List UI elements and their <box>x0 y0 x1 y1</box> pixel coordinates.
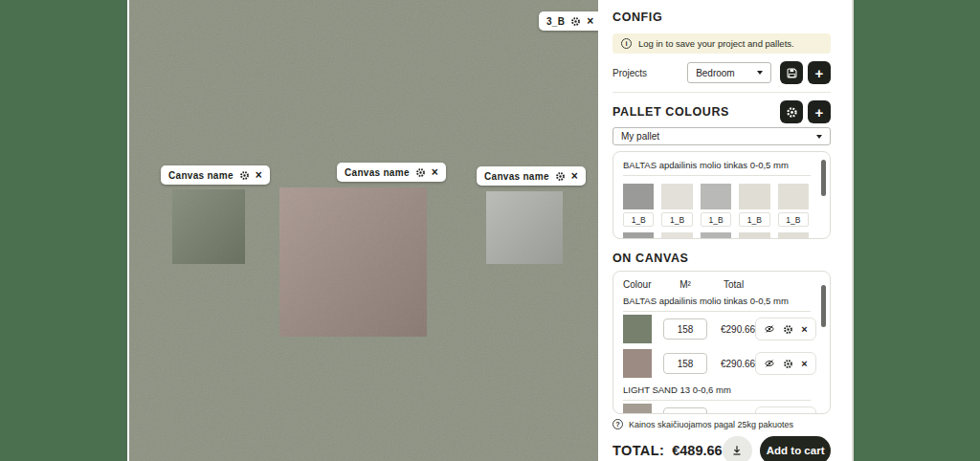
save-icon <box>786 67 798 79</box>
pallet-colour-label: 1_B <box>778 212 809 227</box>
pallet-colours-title: PALLET COLOURS <box>612 105 780 119</box>
pallet-colour-option[interactable] <box>778 232 809 239</box>
column-header-total: Total <box>724 279 744 290</box>
chevron-down-icon <box>816 135 822 139</box>
pallet-colour-tile <box>778 232 809 239</box>
pallet-colours-header: PALLET COLOURS + <box>612 100 831 123</box>
gear-icon[interactable] <box>415 167 426 178</box>
pallet-colour-label: 1_B <box>739 212 769 227</box>
total-label: TOTAL: <box>612 443 664 458</box>
pallet-group-title: BALTAS apdailinis molio tinkas 0-0,5 mm <box>623 160 811 176</box>
pallet-colour-tile <box>661 232 692 239</box>
login-notice-banner: i Log in to save your project and pallet… <box>612 33 831 54</box>
pallet-colour-tile <box>701 184 731 209</box>
pallet-colour-tile <box>701 232 731 239</box>
table-row: €290.66 × <box>623 346 820 381</box>
pallet-colour-label: 1_B <box>623 212 654 227</box>
save-project-button[interactable] <box>780 61 803 84</box>
canvas-item-name: Canvas name <box>168 170 234 181</box>
pallet-scrollbar[interactable] <box>821 160 826 196</box>
pallet-colours-list: BALTAS apdailinis molio tinkas 0-0,5 mm … <box>612 151 831 239</box>
pallet-colour-tile <box>739 184 769 209</box>
section-divider <box>612 92 831 93</box>
canvas-area[interactable]: 3_B × Canvas name × Canvas name × Canvas… <box>129 0 598 461</box>
pallet-colour-label: 1_B <box>701 212 731 227</box>
pallet-settings-button[interactable] <box>780 100 803 123</box>
table-header-row: Colour M² Total <box>623 279 820 296</box>
eye-off-icon[interactable] <box>764 358 775 369</box>
pallet-colour-option[interactable]: 1_B <box>623 184 654 227</box>
material-group-title: LIGHT SAND 13 0-0,6 mm <box>623 384 811 401</box>
close-icon[interactable]: × <box>432 166 438 178</box>
question-icon: ? <box>612 419 623 429</box>
m2-input[interactable] <box>663 353 707 374</box>
canvas-swatch-1[interactable] <box>172 189 245 264</box>
canvas-item-name: Canvas name <box>484 171 549 182</box>
gear-icon[interactable] <box>570 16 581 27</box>
pallet-colour-option[interactable]: 1_B <box>778 184 809 227</box>
gear-icon[interactable] <box>783 359 793 369</box>
download-icon <box>730 444 744 457</box>
gear-icon[interactable] <box>783 413 793 415</box>
row-colour-swatch <box>623 349 652 378</box>
gear-icon[interactable] <box>555 171 566 182</box>
pallet-colour-option[interactable] <box>739 232 769 239</box>
eye-off-icon[interactable] <box>764 412 775 414</box>
pallet-select[interactable]: My pallet <box>612 127 831 145</box>
canvas-badge-label: 3_B <box>546 16 565 27</box>
projects-label: Projects <box>612 68 647 78</box>
column-header-m2: M² <box>663 279 707 290</box>
canvas-item-label-1[interactable]: Canvas name × <box>161 165 270 185</box>
swatch-shading <box>172 189 245 264</box>
pricing-note-text: Kainos skaičiuojamos pagal 25kg pakuotes <box>629 420 793 429</box>
close-icon[interactable]: × <box>801 412 807 414</box>
gear-icon <box>786 106 798 119</box>
download-button[interactable] <box>723 436 753 461</box>
close-icon[interactable]: × <box>801 323 807 335</box>
add-pallet-button[interactable]: + <box>808 100 831 123</box>
pallet-colour-label: 1_B <box>661 212 692 227</box>
pallet-grid: 1_B 1_B 1_B 1_B 1_B <box>623 184 809 239</box>
row-actions: × <box>755 318 815 340</box>
close-icon[interactable]: × <box>256 169 262 181</box>
gear-icon[interactable] <box>239 170 250 181</box>
on-canvas-title: ON CANVAS <box>612 252 831 265</box>
canvas-swatch-3[interactable] <box>486 191 563 264</box>
canvas-badge[interactable]: 3_B × <box>539 11 598 31</box>
pallet-colour-option[interactable]: 1_B <box>739 184 769 227</box>
app-window: 3_B × Canvas name × Canvas name × Canvas… <box>127 0 854 461</box>
m2-input[interactable] <box>663 318 707 340</box>
canvas-item-label-2[interactable]: Canvas name × <box>337 163 446 182</box>
pallet-select-value: My pallet <box>621 131 659 142</box>
footer-bar: TOTAL: €489.66 Add to cart <box>612 436 831 461</box>
row-total: €290.66 <box>721 324 755 335</box>
pallet-colour-option[interactable] <box>623 232 654 239</box>
add-project-button[interactable]: + <box>808 61 831 84</box>
project-select[interactable]: Bedroom <box>687 62 771 83</box>
add-to-cart-button[interactable]: Add to cart <box>760 436 831 461</box>
table-row: €290.66 × <box>623 312 820 346</box>
pallet-colour-tile <box>623 232 654 239</box>
pallet-colour-option[interactable] <box>661 232 692 239</box>
canvas-swatch-2[interactable] <box>279 187 427 337</box>
on-canvas-table: Colour M² Total BALTAS apdailinis molio … <box>612 271 831 414</box>
row-colour-swatch <box>623 404 652 414</box>
table-row: €290.66 × <box>623 401 820 414</box>
close-icon[interactable]: × <box>571 170 578 182</box>
row-actions: × <box>755 352 815 375</box>
pallet-colour-option[interactable]: 1_B <box>661 184 692 227</box>
canvas-item-name: Canvas name <box>345 167 410 178</box>
login-notice-text: Log in to save your project and pallets. <box>638 38 794 49</box>
eye-off-icon[interactable] <box>764 323 775 335</box>
table-scrollbar[interactable] <box>821 285 826 327</box>
gear-icon[interactable] <box>783 324 793 335</box>
canvas-item-label-3[interactable]: Canvas name × <box>477 166 586 186</box>
column-header-colour: Colour <box>623 279 663 290</box>
close-icon[interactable]: × <box>587 15 593 27</box>
pallet-colour-option[interactable] <box>701 232 731 239</box>
close-icon[interactable]: × <box>801 358 807 369</box>
m2-input[interactable] <box>663 407 707 414</box>
row-total: €290.66 <box>721 413 755 415</box>
pallet-colour-option[interactable]: 1_B <box>701 184 731 227</box>
info-icon: i <box>621 38 632 49</box>
